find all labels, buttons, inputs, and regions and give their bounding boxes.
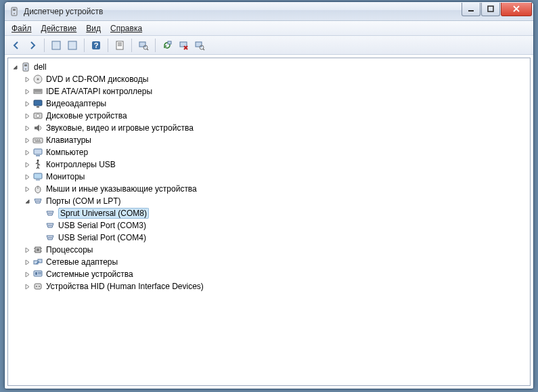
tree-item-label: Контроллеры USB — [46, 160, 116, 169]
menu-view[interactable]: Вид — [86, 24, 101, 33]
uninstall-button[interactable] — [176, 38, 191, 53]
tree-item-leaf-10-1[interactable]: USB Serial Port (COM3) — [32, 219, 530, 232]
disk-icon — [32, 110, 43, 121]
tree-item-label: Клавиатуры — [46, 135, 91, 145]
window-controls — [461, 3, 532, 16]
disc-icon — [32, 74, 43, 85]
tree-item-label: Компьютер — [46, 148, 88, 157]
menubar: Файл Действие Вид Справка — [5, 21, 533, 36]
tree-item-cat-14[interactable]: Устройства HID (Human Interface Devices) — [20, 280, 530, 292]
tree-item-label: DVD и CD-ROM дисководы — [46, 74, 148, 84]
svg-rect-54 — [468, 10, 474, 12]
hid-icon — [32, 281, 43, 292]
expand-icon[interactable] — [23, 160, 31, 169]
mouse-icon — [32, 183, 43, 194]
app-icon — [9, 6, 20, 17]
help-button[interactable] — [89, 38, 104, 53]
tree-item-leaf-10-0[interactable]: Sprut Universal (COM8) — [32, 207, 530, 219]
tree-item-label: USB Serial Port (COM3) — [58, 221, 146, 230]
expander-spacer — [35, 234, 43, 242]
tree-item-label: Дисковые устройства — [46, 111, 127, 121]
tree-item-label: Системные устройства — [46, 269, 133, 279]
tree-item-label: Звуковые, видео и игровые устройства — [46, 123, 194, 133]
network-icon — [32, 257, 43, 267]
tree-item-cat-12[interactable]: Сетевые адаптеры — [20, 256, 530, 268]
tree-item-cat-8[interactable]: Мониторы — [20, 171, 530, 183]
tree-item-label: Sprut Universal (COM8) — [58, 208, 149, 219]
tree-item-label: dell — [34, 62, 47, 72]
svg-rect-55 — [488, 6, 493, 12]
minimize-button[interactable] — [462, 3, 480, 16]
tree-item-label: Процессоры — [46, 245, 93, 255]
expand-icon[interactable] — [23, 173, 31, 181]
tree-item-label: Видеоадаптеры — [46, 99, 106, 108]
tree-item-root[interactable]: dell — [8, 61, 530, 73]
tree-item-label: Сетевые адаптеры — [46, 257, 118, 267]
expand-icon[interactable] — [23, 270, 31, 278]
expander-spacer — [35, 209, 43, 217]
port-icon — [32, 196, 43, 206]
display-icon — [32, 98, 43, 109]
tree-item-cat-3[interactable]: Дисковые устройства — [20, 110, 530, 122]
titlebar[interactable]: Диспетчер устройств — [5, 2, 533, 21]
expand-icon[interactable] — [23, 124, 31, 132]
tree-item-cat-7[interactable]: Контроллеры USB — [20, 158, 530, 171]
tree-item-cat-11[interactable]: Процессоры — [20, 244, 530, 256]
maximize-button[interactable] — [481, 3, 500, 16]
menu-file[interactable]: Файл — [12, 24, 32, 33]
tree-item-cat-2[interactable]: Видеоадаптеры — [20, 97, 530, 110]
tree-item-cat-1[interactable]: IDE ATA/ATAPI контроллеры — [20, 85, 530, 97]
collapse-icon[interactable] — [11, 63, 19, 71]
tree-item-leaf-10-2[interactable]: USB Serial Port (COM4) — [32, 232, 530, 244]
expand-icon[interactable] — [23, 87, 31, 95]
menu-action[interactable]: Действие — [41, 24, 77, 33]
show-hide-tree-button[interactable] — [49, 38, 64, 53]
tree-item-cat-4[interactable]: Звуковые, видео и игровые устройства — [20, 122, 530, 134]
expand-icon[interactable] — [23, 246, 31, 254]
sound-icon — [32, 123, 43, 133]
tree-pane[interactable]: dellDVD и CD-ROM дисководыIDE ATA/ATAPI … — [7, 58, 531, 386]
usb-icon — [32, 159, 43, 170]
toolbar — [5, 36, 533, 55]
tree-item-cat-5[interactable]: Клавиатуры — [20, 134, 530, 146]
expand-icon[interactable] — [23, 148, 31, 156]
tree-item-cat-6[interactable]: Компьютер — [20, 146, 530, 158]
tree-item-cat-10[interactable]: Порты (COM и LPT) — [20, 195, 530, 207]
toolbar-separator — [84, 39, 85, 52]
tree-item-cat-9[interactable]: Мыши и иные указывающие устройства — [20, 183, 530, 195]
keyboard-icon — [32, 135, 43, 146]
expand-icon[interactable] — [23, 112, 31, 120]
host-icon — [20, 62, 31, 72]
nav-forward-button[interactable] — [25, 38, 40, 53]
port-icon — [45, 220, 55, 231]
tree-item-label: Мыши и иные указывающие устройства — [46, 184, 197, 194]
tree-item-label: USB Serial Port (COM4) — [58, 233, 146, 242]
properties-button[interactable] — [112, 38, 127, 53]
update-driver-button[interactable] — [160, 38, 175, 53]
tree-item-label: Мониторы — [46, 172, 85, 181]
expand-icon[interactable] — [23, 75, 31, 83]
tree-item-label: Устройства HID (Human Interface Devices) — [46, 282, 204, 291]
ide-icon — [32, 86, 43, 97]
menu-help[interactable]: Справка — [110, 24, 142, 33]
tree-item-cat-13[interactable]: Системные устройства — [20, 268, 530, 280]
toolbar-separator — [155, 39, 156, 52]
disable-button[interactable] — [192, 38, 207, 53]
nav-back-button[interactable] — [9, 38, 24, 53]
collapse-icon[interactable] — [23, 197, 31, 205]
expand-icon[interactable] — [23, 100, 31, 108]
scan-hardware-button[interactable] — [136, 38, 151, 53]
system-icon — [32, 269, 43, 280]
expand-icon[interactable] — [23, 185, 31, 193]
expand-icon[interactable] — [23, 282, 31, 290]
expand-icon[interactable] — [23, 136, 31, 144]
expand-icon[interactable] — [23, 258, 31, 266]
monitor-icon — [32, 171, 43, 182]
port-icon — [45, 232, 55, 243]
expander-spacer — [35, 221, 43, 230]
tree-item-cat-0[interactable]: DVD и CD-ROM дисководы — [20, 73, 530, 85]
toolbar-separator — [44, 39, 45, 52]
show-hide-action-button[interactable] — [65, 38, 80, 53]
toolbar-separator — [108, 39, 108, 52]
close-button[interactable] — [501, 3, 532, 16]
